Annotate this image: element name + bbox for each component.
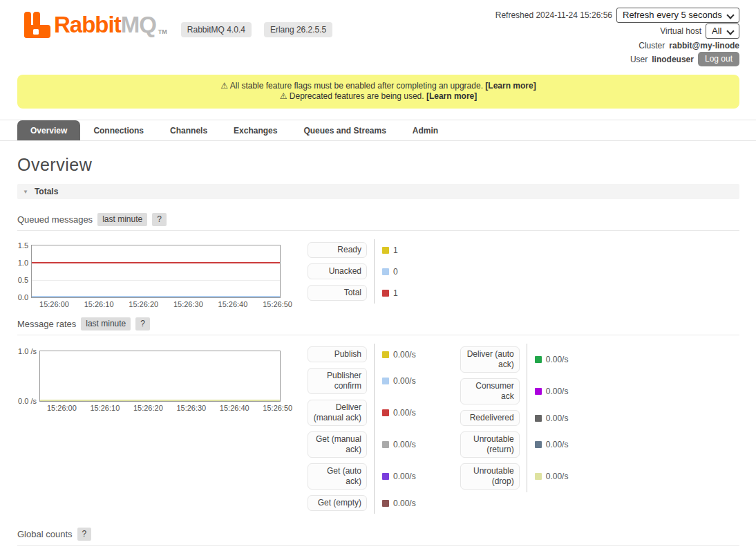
legend-label: Redelivered bbox=[460, 410, 520, 426]
legend-value-text: 0.00/s bbox=[393, 499, 416, 508]
message-rates-title: Message rates bbox=[17, 319, 76, 329]
learn-more-link-1[interactable]: [Learn more] bbox=[485, 81, 536, 91]
legend-divider bbox=[374, 365, 375, 397]
legend-row-publish: Publish0.00/s bbox=[308, 344, 416, 365]
x-axis-tick: 15:26:20 bbox=[133, 404, 163, 412]
x-axis-tick: 15:26:20 bbox=[129, 300, 158, 308]
legend-value-text: 0.00/s bbox=[546, 472, 569, 481]
legend-color-swatch bbox=[382, 441, 389, 448]
collapse-triangle-icon: ▼ bbox=[23, 189, 28, 195]
y-axis-tick: 0.5 bbox=[18, 276, 32, 284]
legend-value: 0.00/s bbox=[535, 472, 569, 481]
virtual-host-select[interactable]: All bbox=[706, 24, 739, 39]
legend-value-text: 1 bbox=[393, 245, 398, 255]
logout-button[interactable]: Log out bbox=[698, 52, 739, 66]
tab-exchanges[interactable]: Exchanges bbox=[220, 120, 290, 140]
message-rates-chart: 1.0 /s0.0 /s15:26:0015:26:1015:26:2015:2… bbox=[17, 344, 308, 514]
tab-overview[interactable]: Overview bbox=[17, 120, 80, 140]
queued-period-badge[interactable]: last minute bbox=[97, 213, 147, 226]
tab-connections[interactable]: Connections bbox=[80, 120, 157, 140]
legend-color-swatch bbox=[535, 388, 542, 395]
legend-label: Deliver (manual ack) bbox=[308, 400, 367, 426]
totals-label: Totals bbox=[35, 187, 58, 196]
banner-line-2: ⚠ Deprecated features are being used. [L… bbox=[17, 91, 739, 102]
x-axis-tick: 15:26:50 bbox=[263, 404, 292, 412]
rates-period-badge[interactable]: last minute bbox=[81, 317, 131, 331]
x-axis-tick: 15:26:30 bbox=[176, 404, 206, 412]
tab-channels[interactable]: Channels bbox=[157, 120, 220, 140]
legend-color-swatch bbox=[382, 290, 389, 297]
queued-messages-heading: Queued messages last minute ? bbox=[17, 213, 739, 231]
legend-value-text: 0.00/s bbox=[546, 387, 569, 396]
queued-messages-legend: Ready1Unacked0Total1 bbox=[308, 239, 398, 304]
rates-legend-left: Publish0.00/sPublisher confirm0.00/sDeli… bbox=[308, 344, 416, 514]
legend-row-unacked: Unacked0 bbox=[308, 261, 398, 282]
message-rates-heading: Message rates last minute ? bbox=[17, 317, 739, 335]
legend-divider bbox=[527, 407, 527, 429]
y-axis-tick: 0.0 bbox=[18, 293, 32, 301]
legend-divider bbox=[374, 429, 375, 460]
legend-color-swatch bbox=[382, 473, 389, 480]
legend-value-text: 0.00/s bbox=[393, 472, 416, 481]
legend-value: 0 bbox=[382, 267, 398, 277]
legend-divider bbox=[374, 344, 375, 365]
legend-label: Unroutable (drop) bbox=[460, 463, 520, 490]
legend-color-swatch bbox=[382, 351, 389, 358]
legend-color-swatch bbox=[382, 378, 389, 384]
legend-label: Get (manual ack) bbox=[308, 431, 367, 458]
legend-label: Total bbox=[308, 285, 367, 301]
user-name: linodeuser bbox=[652, 55, 694, 64]
legend-value: 0.00/s bbox=[382, 440, 416, 449]
legend-row-publisher-confirm: Publisher confirm0.00/s bbox=[308, 365, 416, 397]
legend-label: Ready bbox=[308, 242, 367, 258]
rates-legend-right: Deliver (auto ack)0.00/sConsumer ack0.00… bbox=[460, 344, 569, 492]
legend-row-get-manual-ack: Get (manual ack)0.00/s bbox=[308, 429, 416, 460]
totals-section-toggle[interactable]: ▼ Totals bbox=[17, 184, 739, 199]
cluster-name: rabbit@my-linode bbox=[669, 41, 739, 50]
refresh-select-wrap: Refresh every 5 seconds bbox=[616, 8, 739, 23]
legend-color-swatch bbox=[535, 356, 542, 363]
legend-color-swatch bbox=[382, 500, 389, 507]
logo-area: RabbitMQ TM RabbitMQ 4.0.4 Erlang 26.2.5… bbox=[23, 7, 332, 66]
gridline bbox=[32, 280, 280, 281]
rabbitmq-logo[interactable]: RabbitMQ TM bbox=[23, 11, 167, 39]
tab-admin[interactable]: Admin bbox=[399, 120, 451, 140]
legend-divider bbox=[527, 429, 527, 460]
learn-more-link-2[interactable]: [Learn more] bbox=[426, 91, 477, 101]
legend-value: 0.00/s bbox=[535, 413, 569, 423]
legend-value-text: 0 bbox=[393, 267, 398, 277]
legend-value: 0.00/s bbox=[382, 499, 416, 508]
legend-row-unroutable-return: Unroutable (return)0.00/s bbox=[460, 429, 569, 460]
legend-color-swatch bbox=[382, 268, 389, 275]
legend-divider bbox=[527, 375, 527, 407]
global-counts-heading: Global counts ? bbox=[17, 528, 739, 546]
brand-text: RabbitMQ bbox=[54, 11, 156, 39]
legend-value-text: 0.00/s bbox=[546, 413, 569, 423]
legend-value: 0.00/s bbox=[382, 408, 416, 418]
y-axis-tick: 1.0 /s bbox=[18, 347, 40, 355]
legend-row-redelivered: Redelivered0.00/s bbox=[460, 407, 569, 429]
legend-value: 1 bbox=[382, 245, 398, 255]
rabbitmq-version-badge: RabbitMQ 4.0.4 bbox=[181, 22, 252, 37]
refresh-interval-select[interactable]: Refresh every 5 seconds bbox=[616, 8, 739, 23]
legend-label: Consumer ack bbox=[460, 378, 520, 404]
x-axis-tick: 15:26:50 bbox=[263, 300, 292, 308]
legend-value-text: 1 bbox=[393, 288, 398, 298]
rates-help-icon[interactable]: ? bbox=[135, 317, 150, 331]
legend-row-deliver-auto-ack: Deliver (auto ack)0.00/s bbox=[460, 344, 569, 375]
header: RabbitMQ TM RabbitMQ 4.0.4 Erlang 26.2.5… bbox=[0, 0, 756, 66]
legend-row-ready: Ready1 bbox=[308, 239, 398, 261]
x-axis-tick: 15:26:00 bbox=[39, 300, 69, 308]
legend-row-get-auto-ack: Get (auto ack)0.00/s bbox=[308, 460, 416, 492]
legend-divider bbox=[374, 460, 375, 492]
x-axis-tick: 15:26:10 bbox=[84, 300, 114, 308]
message-rates-legends: Publish0.00/sPublisher confirm0.00/sDeli… bbox=[308, 344, 568, 514]
main-nav-tabbar: OverviewConnectionsChannelsExchangesQueu… bbox=[0, 120, 756, 141]
legend-value-text: 0.00/s bbox=[393, 350, 416, 360]
queued-help-icon[interactable]: ? bbox=[152, 213, 167, 226]
legend-row-total: Total1 bbox=[308, 282, 398, 304]
global-counts-help-icon[interactable]: ? bbox=[77, 528, 92, 541]
queued-messages-chart-row: 1.51.00.50.015:26:0015:26:1015:26:2015:2… bbox=[17, 239, 739, 304]
tab-queues-and-streams[interactable]: Queues and Streams bbox=[290, 120, 399, 140]
legend-value: 0.00/s bbox=[535, 387, 569, 396]
